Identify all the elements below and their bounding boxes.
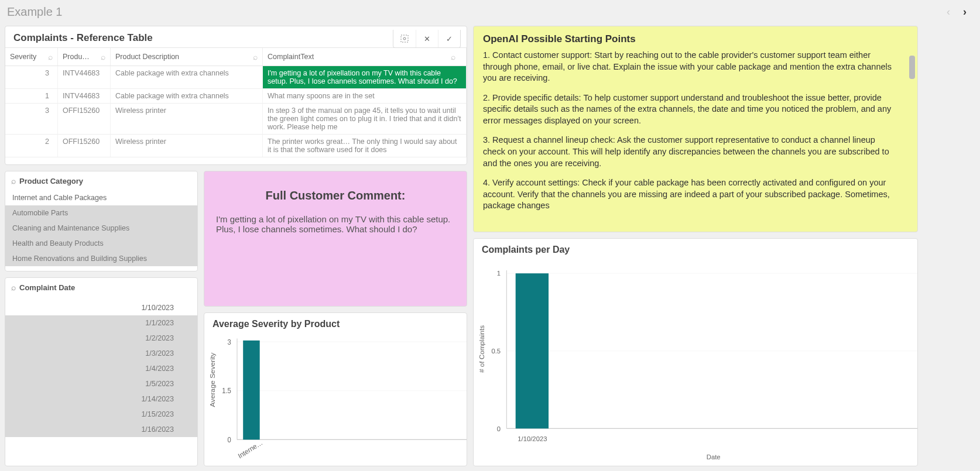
table-row[interactable]: 2OFFI15260Wireless printerThe printer wo… [5, 135, 467, 157]
comment-title: Full Customer Comment: [204, 171, 467, 214]
prev-page-button[interactable]: ‹ [940, 6, 957, 18]
svg-text:0.5: 0.5 [491, 348, 501, 355]
col-description[interactable]: Product Description [111, 48, 263, 66]
product-category-list[interactable]: Internet and Cable PackagesAutomobile Pa… [5, 190, 197, 271]
complaint-date-panel: Complaint Date 1/10/20231/1/20231/2/2023… [5, 277, 198, 466]
complaint-date-list[interactable]: 1/10/20231/1/20231/2/20231/3/20231/4/202… [5, 300, 197, 466]
table-row[interactable]: 1INTV44683Cable package with extra chann… [5, 89, 467, 104]
comment-body: I'm getting a lot of pixellation on my T… [204, 214, 467, 234]
svg-text:Date: Date [707, 453, 721, 460]
svg-rect-11 [243, 341, 260, 439]
openai-paragraph: 3. Request a channel lineup check: Ask t… [483, 135, 896, 169]
list-item[interactable]: 1/4/2023 [5, 361, 197, 376]
openai-paragraph: 4. Verify account settings: Check if you… [483, 177, 896, 212]
list-item[interactable]: 1/10/2023 [5, 300, 197, 315]
svg-text:1: 1 [497, 270, 501, 277]
complaints-table-panel: Complaints - Reference Table ✕ ✓ Severit… [5, 26, 467, 165]
complaints-table-body[interactable]: 3INTV44683Cable package with extra chann… [5, 66, 467, 164]
product-category-title: Product Category [5, 171, 197, 190]
search-icon[interactable] [11, 176, 16, 185]
table-row[interactable]: 3INTV44683Cable package with extra chann… [5, 66, 467, 89]
list-item[interactable]: Health and Beauty Products [5, 236, 197, 251]
list-item[interactable]: 1/15/2023 [5, 407, 197, 422]
search-icon[interactable] [48, 52, 53, 61]
confirm-icon[interactable]: ✓ [438, 30, 460, 47]
search-icon[interactable] [101, 52, 105, 61]
severity-chart-title: Average Severity by Product [204, 313, 467, 335]
complaints-per-day-panel: Complaints per Day # of Complaints 1 0.5… [473, 238, 918, 466]
list-item[interactable]: Cleaning and Maintenance Supplies [5, 221, 197, 236]
openai-panel: OpenAI Possible Starting Points 1. Conta… [473, 26, 918, 232]
list-item[interactable]: 1/5/2023 [5, 376, 197, 391]
product-category-panel: Product Category Internet and Cable Pack… [5, 171, 198, 271]
col-product[interactable]: Produ… [58, 48, 111, 66]
openai-title: OpenAI Possible Starting Points [474, 26, 917, 50]
svg-rect-0 [401, 35, 408, 42]
list-item[interactable]: 1/3/2023 [5, 346, 197, 361]
severity-chart-panel: Average Severity by Product Average Seve… [204, 312, 467, 466]
list-item[interactable]: Automobile Parts [5, 205, 197, 221]
page-title: Example 1 [7, 5, 940, 19]
svg-point-1 [403, 37, 406, 40]
list-item[interactable]: 1/2/2023 [5, 331, 197, 346]
list-item[interactable]: 1/14/2023 [5, 391, 197, 407]
cpd-chart-title: Complaints per Day [474, 239, 917, 261]
close-icon[interactable]: ✕ [416, 30, 438, 47]
list-item[interactable]: Home Renovations and Building Supplies [5, 251, 197, 266]
svg-text:1/10/2023: 1/10/2023 [518, 435, 547, 442]
col-complaint-text[interactable]: ComplaintText [263, 48, 467, 66]
openai-paragraph: 2. Provide specific details: To help cus… [483, 92, 896, 127]
severity-chart: Average Severity 3 1.5 0 [204, 335, 467, 466]
svg-rect-22 [516, 273, 549, 428]
list-item[interactable]: Internet and Cable Packages [5, 190, 197, 205]
openai-paragraph: 1. Contact customer support: Start by re… [483, 50, 896, 84]
lasso-select-icon[interactable] [393, 30, 416, 47]
svg-text:Average Severity: Average Severity [209, 352, 216, 407]
list-item[interactable]: 1/16/2023 [5, 422, 197, 437]
list-item[interactable]: 1/1/2023 [5, 315, 197, 331]
svg-text:# of Complaints: # of Complaints [479, 325, 486, 373]
scrollbar[interactable] [909, 56, 915, 79]
svg-text:0: 0 [228, 435, 232, 444]
complaints-table-actions: ✕ ✓ [393, 30, 461, 48]
table-row[interactable]: 3OFFI15260Wireless printerIn step 3 of t… [5, 104, 467, 135]
svg-text:Interne…: Interne… [237, 438, 263, 460]
search-icon[interactable] [11, 283, 16, 292]
search-icon[interactable] [253, 52, 258, 61]
complaints-table-header: Severity Produ… Product Description Comp… [5, 47, 467, 66]
col-severity[interactable]: Severity [5, 48, 58, 66]
next-page-button[interactable]: › [957, 6, 973, 18]
comment-panel: Full Customer Comment: I'm getting a lot… [204, 171, 467, 307]
svg-text:0: 0 [497, 425, 501, 432]
cpd-chart: # of Complaints 1 0.5 0 1/10/2023 Date [474, 261, 917, 466]
svg-text:1.5: 1.5 [222, 387, 231, 395]
complaint-date-title: Complaint Date [5, 278, 197, 300]
header: Example 1 ‹ › [0, 0, 980, 23]
svg-text:3: 3 [228, 338, 232, 346]
search-icon[interactable] [451, 52, 455, 61]
openai-body[interactable]: 1. Contact customer support: Start by re… [474, 50, 917, 232]
